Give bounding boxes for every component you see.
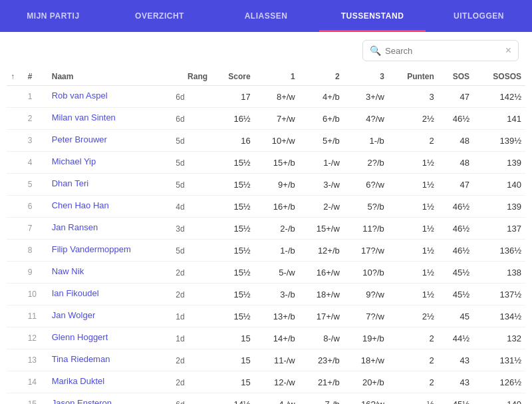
row-num: 13 <box>24 349 48 371</box>
row-sos: 46½ <box>438 240 473 262</box>
row-punten: 1½ <box>388 262 438 284</box>
row-sort <box>7 262 24 284</box>
row-punten: 2½ <box>388 108 438 130</box>
row-sort <box>7 284 24 305</box>
col-header-sosos: SOSOS <box>473 67 525 86</box>
row-r3: 2?/b <box>344 152 388 174</box>
search-clear-button[interactable]: × <box>503 45 511 57</box>
row-r2: 15+/w <box>299 218 344 240</box>
row-rang: 1d <box>172 327 211 349</box>
row-sosos: 132 <box>473 327 525 349</box>
row-r3: 10?/b <box>344 262 388 284</box>
nav-item-uitloggen[interactable]: UITLOGGEN <box>426 0 532 32</box>
row-r1: 7+/w <box>255 108 299 130</box>
row-r2: 2-/w <box>299 196 344 218</box>
table-row: 1Rob van Aspel6d178+/w4+/b3+/w347142½ <box>7 86 525 108</box>
row-num: 4 <box>24 152 48 174</box>
row-punten: 1½ <box>388 240 438 262</box>
row-r2: 5+/b <box>299 130 344 152</box>
row-sos: 46½ <box>438 196 473 218</box>
row-sosos: 137½ <box>473 284 525 305</box>
row-sosos: 140 <box>473 393 525 405</box>
row-r3: 3+/w <box>344 86 388 108</box>
row-r3: 18+/w <box>344 349 388 371</box>
row-r2: 23+/b <box>299 349 344 371</box>
row-num: 5 <box>24 174 48 196</box>
row-naam: Dhan Teri <box>48 174 172 196</box>
row-sosos: 136½ <box>473 240 525 262</box>
row-num: 8 <box>24 240 48 262</box>
row-score: 16 <box>211 130 255 152</box>
row-score: 15½ <box>211 218 255 240</box>
row-score: 15½ <box>211 262 255 284</box>
row-r3: 4?/w <box>344 108 388 130</box>
row-punten: 2½ <box>388 305 438 327</box>
row-sort <box>7 240 24 262</box>
row-num: 14 <box>24 371 48 393</box>
main-nav: MIJN PARTIJOVERZICHTALIASSENTUSSENSTANDU… <box>0 0 532 32</box>
row-score: 15½ <box>211 196 255 218</box>
row-r1: 13+/b <box>255 305 299 327</box>
row-num: 6 <box>24 196 48 218</box>
row-sos: 45½ <box>438 284 473 305</box>
row-num: 9 <box>24 262 48 284</box>
row-r3: 16?/w <box>344 393 388 405</box>
row-rang: 1d <box>172 305 211 327</box>
row-num: 1 <box>24 86 48 108</box>
row-r1: 9+/b <box>255 174 299 196</box>
table-row: 5Dhan Teri5d15½9+/b3-/w6?/w1½47140 <box>7 174 525 196</box>
row-naam: Tina Riedeman <box>48 349 172 371</box>
search-container: 🔍 × <box>362 40 519 61</box>
row-r1: 10+/w <box>255 130 299 152</box>
row-naam: Chen Hao Han <box>48 196 172 218</box>
row-naam: Filip Vandermoppem <box>48 240 172 262</box>
row-r1: 4-/w <box>255 393 299 405</box>
row-sosos: 139½ <box>473 130 525 152</box>
row-sort <box>7 174 24 196</box>
row-sort <box>7 108 24 130</box>
row-punten: 1½ <box>388 196 438 218</box>
row-score: 15½ <box>211 152 255 174</box>
nav-item-overzicht[interactable]: OVERZICHT <box>106 0 213 32</box>
row-punten: 2 <box>388 327 438 349</box>
row-sort <box>7 218 24 240</box>
row-r1: 12-/w <box>255 371 299 393</box>
row-naam: Naw Nik <box>48 262 172 284</box>
nav-item-aliassen[interactable]: ALIASSEN <box>213 0 319 32</box>
row-r2: 18+/w <box>299 284 344 305</box>
row-rang: 6d <box>172 86 211 108</box>
row-r1: 8+/w <box>255 86 299 108</box>
row-naam: Ian Fikoudel <box>48 284 172 305</box>
row-sosos: 137 <box>473 218 525 240</box>
row-r1: 5-/w <box>255 262 299 284</box>
row-r3: 5?/b <box>344 196 388 218</box>
row-sosos: 141 <box>473 108 525 130</box>
row-r1: 14+/b <box>255 327 299 349</box>
row-sosos: 126½ <box>473 371 525 393</box>
search-input[interactable] <box>385 46 503 56</box>
row-r2: 12+/b <box>299 240 344 262</box>
row-sos: 43 <box>438 349 473 371</box>
table-row: 2Milan van Sinten6d16½7+/w6+/b4?/w2½46½1… <box>7 108 525 130</box>
row-num: 10 <box>24 284 48 305</box>
nav-item-tussenstand[interactable]: TUSSENSTAND <box>319 0 426 32</box>
standings-table: ↑#NaamRangScore123PuntenSOSSOSOS 1Rob va… <box>7 67 525 404</box>
row-sos: 45 <box>438 305 473 327</box>
row-num: 15 <box>24 393 48 405</box>
row-r1: 3-/b <box>255 284 299 305</box>
row-r2: 3-/w <box>299 174 344 196</box>
nav-item-mijn-partij[interactable]: MIJN PARTIJ <box>0 0 106 32</box>
row-rang: 6d <box>172 393 211 405</box>
col-header-num: # <box>24 67 48 86</box>
table-row: 12Glenn Hoggert1d1514+/b8-/w19+/b244½132 <box>7 327 525 349</box>
row-punten: 2 <box>388 130 438 152</box>
row-sosos: 138 <box>473 262 525 284</box>
row-sort <box>7 393 24 405</box>
row-punten: ½ <box>388 393 438 405</box>
row-rang: 4d <box>172 196 211 218</box>
row-sos: 45½ <box>438 262 473 284</box>
row-r3: 1-/b <box>344 130 388 152</box>
row-sosos: 142½ <box>473 86 525 108</box>
row-r3: 9?/w <box>344 284 388 305</box>
col-header-sort[interactable]: ↑ <box>7 67 24 86</box>
